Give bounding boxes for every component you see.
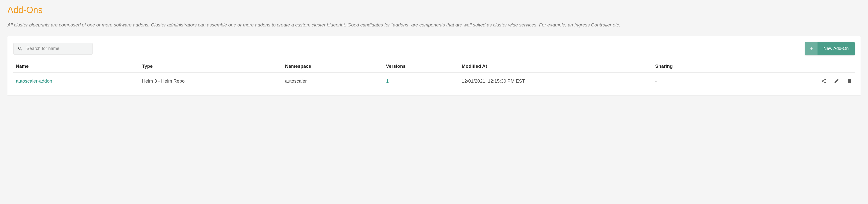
header-actions: [745, 60, 855, 73]
header-sharing: Sharing: [653, 60, 745, 73]
addon-sharing: -: [653, 73, 745, 90]
addon-modified: 12/01/2021, 12:15:30 PM EST: [459, 73, 653, 90]
addons-table: Name Type Namespace Versions Modified At…: [13, 60, 855, 90]
addons-card: + New Add-On Name Type Namespace Version…: [7, 36, 861, 96]
header-type: Type: [140, 60, 283, 73]
search-icon: [18, 46, 23, 52]
addon-name-link[interactable]: autoscaler-addon: [13, 73, 140, 90]
delete-icon[interactable]: [847, 78, 852, 84]
share-icon[interactable]: [821, 78, 827, 84]
header-modified: Modified At: [459, 60, 653, 73]
new-addon-button[interactable]: + New Add-On: [805, 42, 855, 55]
page-title: Add-Ons: [7, 5, 861, 15]
search-wrapper[interactable]: [13, 43, 93, 55]
row-actions: [748, 78, 852, 84]
plus-icon: +: [805, 42, 817, 55]
toolbar: + New Add-On: [13, 42, 855, 55]
header-versions: Versions: [384, 60, 459, 73]
header-name: Name: [13, 60, 140, 73]
addon-namespace: autoscaler: [283, 73, 384, 90]
table-row: autoscaler-addon Helm 3 - Helm Repo auto…: [13, 73, 855, 90]
new-addon-label: New Add-On: [817, 42, 855, 55]
search-input[interactable]: [27, 46, 88, 51]
header-namespace: Namespace: [283, 60, 384, 73]
edit-icon[interactable]: [834, 78, 839, 84]
page-description: All cluster blueprints are composed of o…: [7, 21, 861, 29]
addon-type: Helm 3 - Helm Repo: [140, 73, 283, 90]
addon-versions[interactable]: 1: [384, 73, 459, 90]
